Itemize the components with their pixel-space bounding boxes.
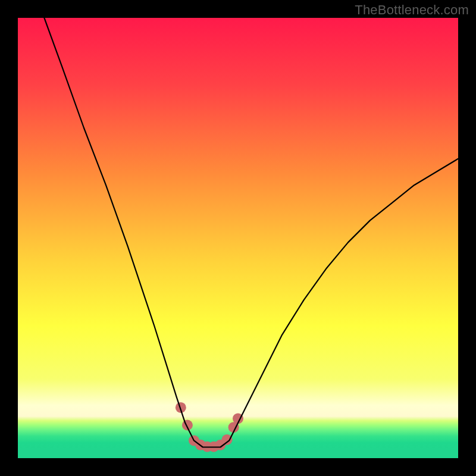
marker-dot — [182, 420, 193, 431]
marker-dot — [222, 434, 233, 445]
watermark-text: TheBottleneck.com — [355, 2, 469, 18]
chart-frame: TheBottleneck.com — [0, 0, 476, 476]
plot-area — [18, 18, 458, 458]
marker-dots — [176, 402, 243, 452]
bottleneck-curve — [44, 18, 458, 447]
curve-layer — [18, 18, 458, 458]
